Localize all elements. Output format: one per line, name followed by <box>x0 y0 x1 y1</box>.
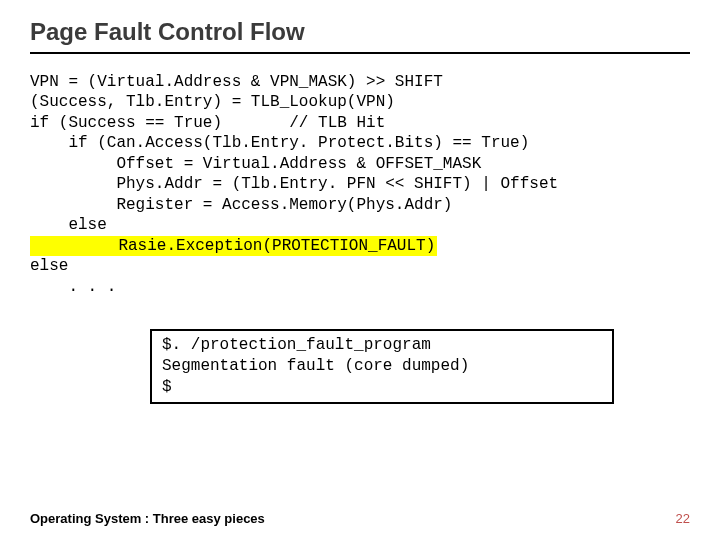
code-line: . . . <box>30 278 116 296</box>
code-line-highlight: Rasie.Exception(PROTECTION_FAULT) <box>30 236 437 256</box>
code-line: else <box>30 257 68 275</box>
terminal-output: $. /protection_fault_program Segmentatio… <box>150 329 614 403</box>
terminal-line: Segmentation fault (core dumped) <box>162 357 469 375</box>
code-line: Offset = Virtual.Address & OFFSET_MASK <box>30 155 481 173</box>
code-line: if (Can.Access(Tlb.Entry. Protect.Bits) … <box>30 134 529 152</box>
code-line: (Success, Tlb.Entry) = TLB_Lookup(VPN) <box>30 93 395 111</box>
title-rule <box>30 52 690 54</box>
code-line: Phys.Addr = (Tlb.Entry. PFN << SHIFT) | … <box>30 175 558 193</box>
code-line: if (Success == True) // TLB Hit <box>30 114 385 132</box>
code-line: Register = Access.Memory(Phys.Addr) <box>30 196 452 214</box>
footer-text: Operating System : Three easy pieces <box>30 511 265 526</box>
terminal-line: $. /protection_fault_program <box>162 336 431 354</box>
pseudocode-block: VPN = (Virtual.Address & VPN_MASK) >> SH… <box>30 72 690 297</box>
terminal-line: $ <box>162 378 172 396</box>
code-line: VPN = (Virtual.Address & VPN_MASK) >> SH… <box>30 73 443 91</box>
page-number: 22 <box>676 511 690 526</box>
slide-title: Page Fault Control Flow <box>30 18 690 46</box>
code-line: else <box>30 216 107 234</box>
